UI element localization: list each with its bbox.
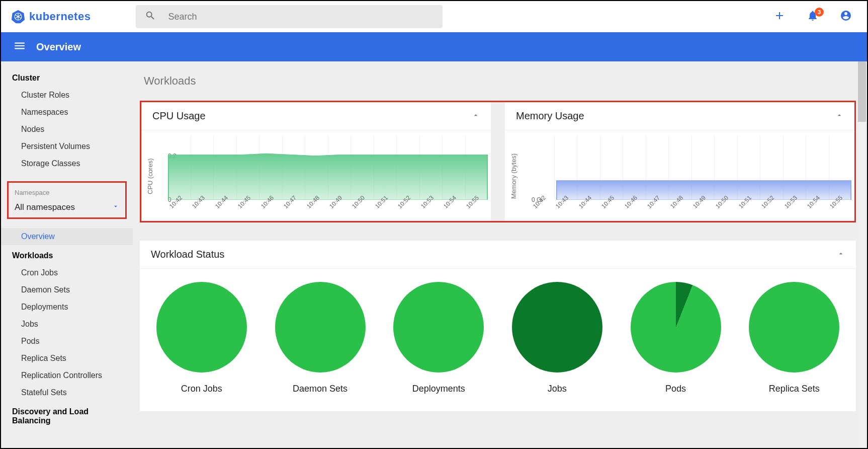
sidebar: Cluster Cluster RolesNamespacesNodesPers… (1, 61, 133, 448)
sidebar-item-replication-controllers[interactable]: Replication Controllers (1, 367, 133, 384)
donut-chart (156, 282, 247, 372)
status-daemon-sets[interactable]: Daemon Sets (264, 282, 377, 394)
sidebar-item-cluster-roles[interactable]: Cluster Roles (1, 87, 133, 104)
sidebar-item-storage-classes[interactable]: Storage Classes (1, 155, 133, 172)
memory-usage-card: Memory Usage Memory (bytes) 0 Gi 10:4210… (505, 102, 854, 221)
donut-chart (512, 282, 602, 372)
menu-toggle-button[interactable] (13, 39, 26, 54)
status-pods[interactable]: Pods (619, 282, 733, 394)
brand-text: kubernetes (29, 10, 91, 23)
sidebar-item-stateful-sets[interactable]: Stateful Sets (1, 384, 133, 401)
donut-label: Daemon Sets (293, 384, 348, 394)
nav-heading-cluster[interactable]: Cluster (1, 67, 133, 87)
status-replica-sets[interactable]: Replica Sets (737, 282, 851, 394)
sidebar-item-replica-sets[interactable]: Replica Sets (1, 350, 133, 367)
mem-card-title: Memory Usage (516, 110, 584, 122)
search-box[interactable] (136, 5, 443, 28)
collapse-button[interactable] (837, 250, 845, 260)
sidebar-item-overview[interactable]: Overview (1, 228, 133, 245)
notifications-button[interactable]: 3 (807, 10, 819, 24)
main-content: Workloads CPU Usage CPU (cores) 0.2 0 (133, 61, 867, 448)
sidebar-item-deployments[interactable]: Deployments (1, 298, 133, 316)
donut-label: Deployments (412, 384, 465, 394)
sidebar-item-pods[interactable]: Pods (1, 333, 133, 350)
create-button[interactable] (773, 10, 786, 24)
sidebar-item-daemon-sets[interactable]: Daemon Sets (1, 281, 133, 298)
donut-label: Jobs (548, 384, 567, 394)
header-actions: 3 (773, 10, 857, 24)
section-heading-workloads: Workloads (140, 72, 856, 101)
cpu-y-axis-label: CPU (cores) (145, 135, 155, 217)
namespace-value: All namespaces (15, 202, 75, 212)
sidebar-item-persistent-volumes[interactable]: Persistent Volumes (1, 138, 133, 155)
account-button[interactable] (840, 10, 852, 24)
status-cron-jobs[interactable]: Cron Jobs (145, 282, 258, 394)
nav-heading-dlb[interactable]: Discovery and Load Balancing (1, 401, 133, 429)
action-bar: Overview (1, 32, 867, 61)
collapse-button[interactable] (472, 111, 480, 121)
collapse-button[interactable] (835, 111, 843, 121)
cpu-usage-card: CPU Usage CPU (cores) 0.2 0 10 (141, 102, 491, 221)
svg-point-5 (17, 16, 19, 18)
kubernetes-logo-icon (11, 10, 25, 24)
nav-heading-workloads[interactable]: Workloads (1, 245, 133, 264)
workload-status-card: Workload Status Cron JobsDaemon SetsDepl… (140, 241, 856, 411)
sidebar-item-nodes[interactable]: Nodes (1, 121, 133, 138)
status-card-title: Workload Status (151, 249, 224, 260)
donut-label: Cron Jobs (181, 384, 222, 394)
cpu-plot: 0.2 0 10:4210:4310:4410:4510:4610:4710:4… (155, 135, 488, 217)
donut-chart (393, 282, 484, 372)
donut-label: Pods (665, 384, 686, 394)
mem-y-axis-label: Memory (bytes) (509, 135, 518, 217)
scrollbar-thumb[interactable] (858, 61, 866, 122)
mem-plot: 0 Gi 10:4210:4310:4410:4510:4610:4710:48… (518, 135, 851, 217)
sidebar-item-jobs[interactable]: Jobs (1, 316, 133, 333)
usage-charts-row: CPU Usage CPU (cores) 0.2 0 10 (140, 101, 856, 222)
donut-chart (749, 282, 839, 372)
donut-chart (275, 282, 366, 372)
search-input[interactable] (168, 12, 433, 22)
notification-badge: 3 (815, 8, 824, 17)
sidebar-item-cron-jobs[interactable]: Cron Jobs (1, 264, 133, 281)
namespace-selector[interactable]: Namespace All namespaces (7, 181, 127, 219)
donut-label: Replica Sets (769, 384, 820, 394)
top-header: kubernetes 3 (1, 1, 867, 32)
namespace-label: Namespace (15, 189, 119, 196)
status-jobs[interactable]: Jobs (500, 282, 614, 394)
brand[interactable]: kubernetes (11, 10, 91, 24)
status-deployments[interactable]: Deployments (382, 282, 495, 394)
page-title: Overview (36, 41, 81, 53)
cpu-card-title: CPU Usage (152, 110, 206, 122)
search-icon (145, 10, 156, 23)
chevron-down-icon (112, 203, 119, 212)
sidebar-item-namespaces[interactable]: Namespaces (1, 104, 133, 121)
donut-chart (631, 282, 721, 372)
